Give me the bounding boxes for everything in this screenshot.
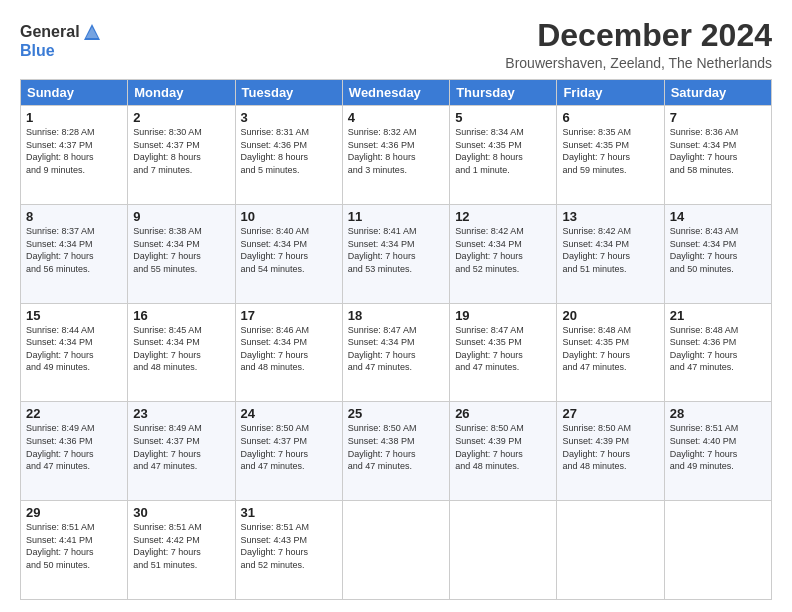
calendar-cell: 12Sunrise: 8:42 AM Sunset: 4:34 PM Dayli… [450,204,557,303]
day-info: Sunrise: 8:51 AM Sunset: 4:42 PM Dayligh… [133,521,229,571]
calendar-cell: 21Sunrise: 8:48 AM Sunset: 4:36 PM Dayli… [664,303,771,402]
day-info: Sunrise: 8:47 AM Sunset: 4:35 PM Dayligh… [455,324,551,374]
day-number: 4 [348,110,444,125]
day-number: 17 [241,308,337,323]
day-info: Sunrise: 8:44 AM Sunset: 4:34 PM Dayligh… [26,324,122,374]
week-row-5: 29Sunrise: 8:51 AM Sunset: 4:41 PM Dayli… [21,501,772,600]
day-info: Sunrise: 8:50 AM Sunset: 4:37 PM Dayligh… [241,422,337,472]
day-number: 2 [133,110,229,125]
day-number: 24 [241,406,337,421]
day-info: Sunrise: 8:38 AM Sunset: 4:34 PM Dayligh… [133,225,229,275]
day-info: Sunrise: 8:51 AM Sunset: 4:40 PM Dayligh… [670,422,766,472]
day-number: 13 [562,209,658,224]
day-info: Sunrise: 8:50 AM Sunset: 4:39 PM Dayligh… [562,422,658,472]
day-number: 5 [455,110,551,125]
week-row-3: 15Sunrise: 8:44 AM Sunset: 4:34 PM Dayli… [21,303,772,402]
calendar-cell: 11Sunrise: 8:41 AM Sunset: 4:34 PM Dayli… [342,204,449,303]
day-info: Sunrise: 8:49 AM Sunset: 4:37 PM Dayligh… [133,422,229,472]
weekday-header-thursday: Thursday [450,80,557,106]
day-number: 25 [348,406,444,421]
logo: General Blue [20,22,102,60]
calendar-cell: 19Sunrise: 8:47 AM Sunset: 4:35 PM Dayli… [450,303,557,402]
day-info: Sunrise: 8:48 AM Sunset: 4:35 PM Dayligh… [562,324,658,374]
day-info: Sunrise: 8:46 AM Sunset: 4:34 PM Dayligh… [241,324,337,374]
day-number: 21 [670,308,766,323]
week-row-4: 22Sunrise: 8:49 AM Sunset: 4:36 PM Dayli… [21,402,772,501]
calendar-cell: 5Sunrise: 8:34 AM Sunset: 4:35 PM Daylig… [450,106,557,205]
calendar-cell: 22Sunrise: 8:49 AM Sunset: 4:36 PM Dayli… [21,402,128,501]
calendar-cell: 20Sunrise: 8:48 AM Sunset: 4:35 PM Dayli… [557,303,664,402]
calendar-cell: 31Sunrise: 8:51 AM Sunset: 4:43 PM Dayli… [235,501,342,600]
calendar-cell: 2Sunrise: 8:30 AM Sunset: 4:37 PM Daylig… [128,106,235,205]
day-number: 7 [670,110,766,125]
header: General Blue December 2024 Brouwershaven… [20,18,772,71]
title-section: December 2024 Brouwershaven, Zeeland, Th… [505,18,772,71]
logo-icon [82,22,102,42]
day-number: 23 [133,406,229,421]
day-number: 14 [670,209,766,224]
weekday-header-wednesday: Wednesday [342,80,449,106]
day-number: 27 [562,406,658,421]
day-info: Sunrise: 8:35 AM Sunset: 4:35 PM Dayligh… [562,126,658,176]
day-info: Sunrise: 8:48 AM Sunset: 4:36 PM Dayligh… [670,324,766,374]
calendar-table: SundayMondayTuesdayWednesdayThursdayFrid… [20,79,772,600]
calendar-cell: 1Sunrise: 8:28 AM Sunset: 4:37 PM Daylig… [21,106,128,205]
week-row-1: 1Sunrise: 8:28 AM Sunset: 4:37 PM Daylig… [21,106,772,205]
calendar-cell [664,501,771,600]
day-number: 3 [241,110,337,125]
week-row-2: 8Sunrise: 8:37 AM Sunset: 4:34 PM Daylig… [21,204,772,303]
day-info: Sunrise: 8:37 AM Sunset: 4:34 PM Dayligh… [26,225,122,275]
logo-blue: Blue [20,42,55,60]
day-number: 30 [133,505,229,520]
calendar-cell: 14Sunrise: 8:43 AM Sunset: 4:34 PM Dayli… [664,204,771,303]
day-number: 31 [241,505,337,520]
calendar-cell: 25Sunrise: 8:50 AM Sunset: 4:38 PM Dayli… [342,402,449,501]
location-subtitle: Brouwershaven, Zeeland, The Netherlands [505,55,772,71]
day-number: 20 [562,308,658,323]
header-row: SundayMondayTuesdayWednesdayThursdayFrid… [21,80,772,106]
day-number: 9 [133,209,229,224]
calendar-cell: 3Sunrise: 8:31 AM Sunset: 4:36 PM Daylig… [235,106,342,205]
day-number: 10 [241,209,337,224]
day-number: 6 [562,110,658,125]
day-number: 18 [348,308,444,323]
calendar-cell: 28Sunrise: 8:51 AM Sunset: 4:40 PM Dayli… [664,402,771,501]
calendar-cell [557,501,664,600]
weekday-header-friday: Friday [557,80,664,106]
calendar-cell [450,501,557,600]
month-title: December 2024 [505,18,772,53]
calendar-cell: 10Sunrise: 8:40 AM Sunset: 4:34 PM Dayli… [235,204,342,303]
weekday-header-sunday: Sunday [21,80,128,106]
day-info: Sunrise: 8:42 AM Sunset: 4:34 PM Dayligh… [562,225,658,275]
weekday-header-saturday: Saturday [664,80,771,106]
calendar-cell: 16Sunrise: 8:45 AM Sunset: 4:34 PM Dayli… [128,303,235,402]
day-info: Sunrise: 8:47 AM Sunset: 4:34 PM Dayligh… [348,324,444,374]
calendar-cell: 23Sunrise: 8:49 AM Sunset: 4:37 PM Dayli… [128,402,235,501]
day-info: Sunrise: 8:32 AM Sunset: 4:36 PM Dayligh… [348,126,444,176]
calendar-page: General Blue December 2024 Brouwershaven… [0,0,792,612]
day-number: 28 [670,406,766,421]
calendar-cell: 7Sunrise: 8:36 AM Sunset: 4:34 PM Daylig… [664,106,771,205]
day-info: Sunrise: 8:40 AM Sunset: 4:34 PM Dayligh… [241,225,337,275]
logo-general: General [20,23,80,41]
day-number: 22 [26,406,122,421]
day-info: Sunrise: 8:41 AM Sunset: 4:34 PM Dayligh… [348,225,444,275]
calendar-cell: 18Sunrise: 8:47 AM Sunset: 4:34 PM Dayli… [342,303,449,402]
calendar-cell: 27Sunrise: 8:50 AM Sunset: 4:39 PM Dayli… [557,402,664,501]
day-info: Sunrise: 8:51 AM Sunset: 4:41 PM Dayligh… [26,521,122,571]
weekday-header-tuesday: Tuesday [235,80,342,106]
day-number: 19 [455,308,551,323]
day-number: 26 [455,406,551,421]
calendar-cell: 24Sunrise: 8:50 AM Sunset: 4:37 PM Dayli… [235,402,342,501]
weekday-header-monday: Monday [128,80,235,106]
calendar-cell: 9Sunrise: 8:38 AM Sunset: 4:34 PM Daylig… [128,204,235,303]
calendar-cell: 29Sunrise: 8:51 AM Sunset: 4:41 PM Dayli… [21,501,128,600]
day-info: Sunrise: 8:42 AM Sunset: 4:34 PM Dayligh… [455,225,551,275]
calendar-cell: 6Sunrise: 8:35 AM Sunset: 4:35 PM Daylig… [557,106,664,205]
day-info: Sunrise: 8:30 AM Sunset: 4:37 PM Dayligh… [133,126,229,176]
calendar-cell: 13Sunrise: 8:42 AM Sunset: 4:34 PM Dayli… [557,204,664,303]
day-info: Sunrise: 8:34 AM Sunset: 4:35 PM Dayligh… [455,126,551,176]
day-number: 8 [26,209,122,224]
day-info: Sunrise: 8:51 AM Sunset: 4:43 PM Dayligh… [241,521,337,571]
day-number: 11 [348,209,444,224]
